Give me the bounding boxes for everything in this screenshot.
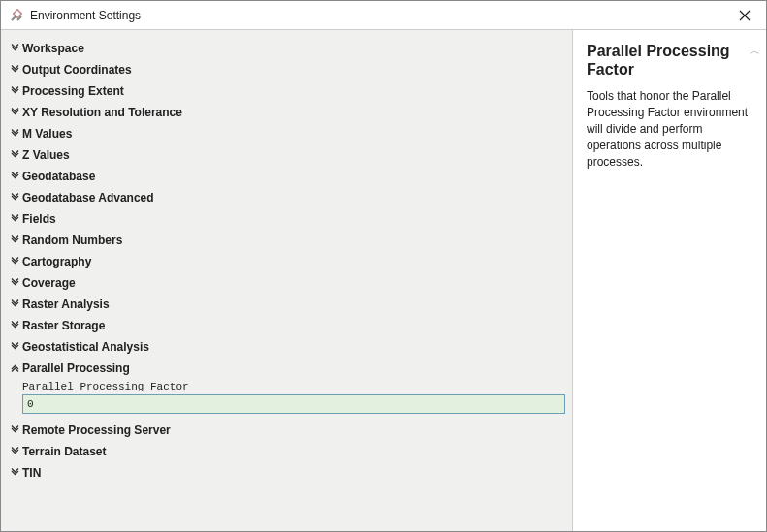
chevron-down-icon <box>9 342 20 353</box>
section-raster-storage: Raster Storage <box>7 315 566 336</box>
section-header-raster-analysis[interactable]: Raster Analysis <box>7 294 566 315</box>
chevron-down-icon <box>9 214 20 225</box>
section-label: Output Coordinates <box>22 63 132 77</box>
section-xy-resolution: XY Resolution and Tolerance <box>7 102 566 123</box>
help-pane: ︿ Parallel Processing Factor Tools that … <box>573 30 766 531</box>
section-header-m-values[interactable]: M Values <box>7 123 566 144</box>
section-cartography: Cartography <box>7 251 566 272</box>
section-label: M Values <box>22 127 72 141</box>
chevron-down-icon <box>9 299 20 310</box>
section-z-values: Z Values <box>7 144 566 166</box>
section-parallel-processing: Parallel Processing Parallel Processing … <box>7 358 566 420</box>
section-header-workspace[interactable]: Workspace <box>7 38 566 59</box>
section-label: Processing Extent <box>22 84 124 98</box>
section-tin: TIN <box>7 462 566 484</box>
section-remote-processing-server: Remote Processing Server <box>7 420 566 441</box>
help-text: Tools that honor the Parallel Processing… <box>587 88 752 170</box>
chevron-down-icon <box>9 172 20 182</box>
section-body-parallel-processing: Parallel Processing Factor <box>7 379 566 420</box>
parallel-factor-label: Parallel Processing Factor <box>22 381 566 392</box>
titlebar: Environment Settings <box>1 1 766 30</box>
section-processing-extent: Processing Extent <box>7 80 566 102</box>
settings-tree-pane: Workspace Output Coordinates Processing … <box>1 30 573 531</box>
section-random-numbers: Random Numbers <box>7 230 566 251</box>
section-geodatabase: Geodatabase <box>7 166 566 187</box>
collapse-help-icon[interactable]: ︿ <box>750 44 760 58</box>
main-content: Workspace Output Coordinates Processing … <box>1 30 766 531</box>
svg-line-0 <box>12 16 16 20</box>
section-label: TIN <box>22 466 41 480</box>
section-header-coverage[interactable]: Coverage <box>7 272 566 294</box>
section-label: Random Numbers <box>22 234 122 247</box>
section-header-geodatabase[interactable]: Geodatabase <box>7 166 566 187</box>
chevron-down-icon <box>9 235 20 246</box>
section-header-raster-storage[interactable]: Raster Storage <box>7 315 566 336</box>
section-m-values: M Values <box>7 123 566 144</box>
section-label: Terrain Dataset <box>22 445 106 458</box>
chevron-down-icon <box>9 129 20 140</box>
section-raster-analysis: Raster Analysis <box>7 294 566 315</box>
section-header-output-coordinates[interactable]: Output Coordinates <box>7 59 566 80</box>
section-label: Raster Analysis <box>22 297 110 311</box>
section-terrain-dataset: Terrain Dataset <box>7 441 566 462</box>
close-button[interactable] <box>723 1 766 30</box>
section-header-terrain-dataset[interactable]: Terrain Dataset <box>7 441 566 462</box>
chevron-down-icon <box>9 447 20 457</box>
chevron-down-icon <box>9 65 20 76</box>
section-label: Geodatabase <box>22 170 95 183</box>
chevron-down-icon <box>9 257 20 267</box>
section-label: Coverage <box>22 276 76 290</box>
section-coverage: Coverage <box>7 272 566 294</box>
chevron-down-icon <box>9 44 20 54</box>
parallel-factor-input[interactable] <box>22 394 565 414</box>
section-label: XY Resolution and Tolerance <box>22 106 182 119</box>
section-header-processing-extent[interactable]: Processing Extent <box>7 80 566 102</box>
help-title: Parallel Processing Factor <box>587 42 752 78</box>
section-label: Geodatabase Advanced <box>22 191 154 204</box>
section-label: Parallel Processing <box>22 361 130 375</box>
section-header-parallel-processing[interactable]: Parallel Processing <box>7 358 566 379</box>
section-label: Z Values <box>22 148 70 162</box>
section-label: Fields <box>22 212 56 226</box>
section-header-xy-resolution[interactable]: XY Resolution and Tolerance <box>7 102 566 123</box>
section-header-fields[interactable]: Fields <box>7 208 566 230</box>
section-header-geodatabase-advanced[interactable]: Geodatabase Advanced <box>7 187 566 208</box>
chevron-down-icon <box>9 468 20 479</box>
section-label: Cartography <box>22 255 91 268</box>
section-header-geostatistical[interactable]: Geostatistical Analysis <box>7 336 566 358</box>
section-label: Raster Storage <box>22 319 105 332</box>
chevron-down-icon <box>9 425 20 436</box>
chevron-down-icon <box>9 278 20 289</box>
section-header-cartography[interactable]: Cartography <box>7 251 566 272</box>
chevron-up-icon <box>9 363 20 374</box>
section-geodatabase-advanced: Geodatabase Advanced <box>7 187 566 208</box>
chevron-down-icon <box>9 150 20 161</box>
chevron-down-icon <box>9 108 20 118</box>
window-title: Environment Settings <box>30 9 141 22</box>
section-output-coordinates: Output Coordinates <box>7 59 566 80</box>
chevron-down-icon <box>9 321 20 331</box>
section-header-tin[interactable]: TIN <box>7 462 566 484</box>
chevron-down-icon <box>9 193 20 203</box>
section-label: Workspace <box>22 42 84 55</box>
settings-icon <box>9 8 24 23</box>
section-label: Geostatistical Analysis <box>22 340 149 354</box>
section-geostatistical: Geostatistical Analysis <box>7 336 566 358</box>
section-header-random-numbers[interactable]: Random Numbers <box>7 230 566 251</box>
section-fields: Fields <box>7 208 566 230</box>
section-workspace: Workspace <box>7 38 566 59</box>
chevron-down-icon <box>9 86 20 97</box>
section-header-remote-processing-server[interactable]: Remote Processing Server <box>7 420 566 441</box>
section-label: Remote Processing Server <box>22 423 171 437</box>
section-header-z-values[interactable]: Z Values <box>7 144 566 166</box>
